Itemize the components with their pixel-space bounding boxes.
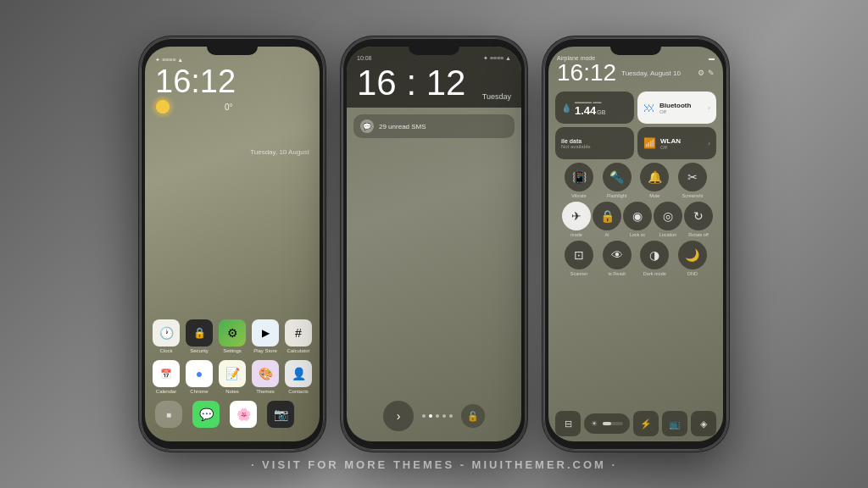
screenshot-btn[interactable]: ✂ Screensht [676,163,709,198]
app-widget[interactable]: ■ [153,401,185,430]
dnd-btn[interactable]: 🌙 DND [676,241,709,276]
quick-row-1: 📳 Vibrate 🔦 Flashlight 🔔 Mute ✂ Screensh… [555,163,716,198]
reader-btn[interactable]: 👁 le Readi [600,241,634,276]
dot-2 [429,414,432,418]
brightness-control[interactable]: ☀ [584,413,630,434]
scanner-btn[interactable]: ⊡ Scanner [562,241,596,276]
p2-status-icons: ✦ ≡≡≡≡ ▲ [483,55,511,62]
reader-label: le Readi [609,271,626,276]
phone3-header-icons: ⚙ ✎ [698,69,715,77]
p2-status-time: 10:08 [357,55,372,62]
location-icon: ◎ [654,202,682,230]
app-messages[interactable]: 💬 [190,401,222,430]
ai-btn[interactable]: 🔒 Ai [593,202,621,237]
mute-btn[interactable]: 🔔 Mute [637,163,671,198]
brightness-fill [603,422,611,425]
edit-icon-small[interactable]: ✎ [708,69,715,77]
ai-icon: 🔒 [593,202,621,230]
phone3-control-center: Airplane mode ▬ 16:12 Tuesday, August 10… [548,47,723,441]
playstore-label: Play Store [253,348,277,353]
notch-2 [409,47,459,55]
widget-icon: ■ [155,401,182,428]
mobile-data-tile[interactable]: 💧 ▬▬▬▬ ▬▬ 1.44 GB [555,92,634,124]
nav-icon-1[interactable]: ⊟ [555,411,581,436]
phone1-temp: 0° [225,103,233,112]
airplane-btn[interactable]: ✈ mode [562,202,591,237]
phone2-notification[interactable]: 💬 29 unread SMS [353,114,515,138]
app-settings[interactable]: ⚙ Settings [216,319,248,353]
settings-icon-small[interactable]: ⚙ [698,69,704,77]
calculator-icon: # [285,319,312,347]
app-clock[interactable]: 🕐 Clock [150,319,182,353]
nav-icon-3[interactable]: 📺 [662,411,687,436]
phone2-arrow-btn[interactable]: › [383,401,414,431]
wlan-tile[interactable]: 📶 WLAN Off › [637,127,716,159]
rotate-btn[interactable]: ↻ Rotate off [684,202,713,237]
nav-icon-2[interactable]: ⚡ [633,411,659,436]
notes-label: Notes [225,389,239,394]
contacts-label: Contacts [288,389,309,394]
app-playstore[interactable]: ▶ Play Store [249,319,281,353]
darkmode-label: Dark mode [643,271,666,276]
app-chrome[interactable]: ● Chrome [183,360,215,394]
bluetooth-icon: ⯵ [643,101,655,114]
app-calendar[interactable]: 📅 Calendar [150,360,182,394]
app-camera[interactable]: 📷 [264,401,297,430]
darkmode-btn[interactable]: ◑ Dark mode [637,241,671,276]
mute-label: Mute [649,193,659,198]
app-calculator[interactable]: # Calculator [282,319,314,353]
rotate-icon: ↻ [684,202,713,230]
bluetooth-tile[interactable]: ⯵ Bluetooth Off › [637,92,716,124]
scanner-icon: ⊡ [565,241,593,269]
app-photos[interactable]: 🌸 [227,401,259,430]
security-icon: 🔒 [186,319,213,347]
airplane-label: mode [570,232,582,237]
lockscreen-btn[interactable]: ◉ Lock sc [623,202,652,237]
vibrate-btn[interactable]: 📳 Vibrate [562,163,596,198]
sun-icon [155,99,170,114]
location-btn[interactable]: ◎ Location [654,202,682,237]
data-unit: GB [597,109,605,115]
vibrate-label: Vibrate [571,193,586,198]
location-label: Location [659,232,677,237]
app-themes[interactable]: 🎨 Themes [249,360,281,394]
brightness-low-icon: ☀ [591,419,598,428]
phone2-day: Tuesday [482,92,511,101]
phone2-dots [422,414,453,418]
notch-3 [610,47,661,55]
phone2-status: 10:08 ✦ ≡≡≡≡ ▲ [357,55,511,62]
reader-icon: 👁 [603,241,632,269]
phone-1: ✦ ≡≡≡≡ ▲ 16:12 0° Tuesday, 10 August 🕐 C… [139,36,326,452]
phone3-date: Tuesday, August 10 [621,69,681,77]
calendar-icon: 📅 [153,360,180,387]
dot-5 [449,414,453,418]
phone1-weather: 0° [145,99,320,114]
mobile-data-tile2[interactable]: ile data Not available [555,127,634,159]
dot-1 [422,414,426,418]
phone-3: Airplane mode ▬ 16:12 Tuesday, August 10… [542,36,729,452]
app-notes[interactable]: 📝 Notes [216,360,248,394]
vibrate-icon: 📳 [565,163,593,191]
security-label: Security [190,348,209,353]
screenshot-label: Screensht [682,193,704,198]
app-security[interactable]: 🔒 Security [183,319,215,353]
bluetooth-status: Off [659,109,704,114]
phone2-topbar: 10:08 ✦ ≡≡≡≡ ▲ 16 : 12 Tuesday [347,47,521,108]
phone2-lock-btn[interactable]: 🔓 [461,404,485,428]
ai-label: Ai [605,232,609,237]
dot-3 [436,414,439,418]
nav-icon-4[interactable]: ◈ [691,411,716,436]
p3-battery-icon: ▬ [709,55,715,61]
phone1-homescreen: ✦ ≡≡≡≡ ▲ 16:12 0° Tuesday, 10 August 🕐 C… [145,47,320,441]
wifi-icon: 📶 [643,137,656,149]
contacts-icon: 👤 [285,360,312,387]
phone2-time: 16 : 12 [357,65,465,101]
flashlight-label: Flashlight [607,193,627,198]
phone1-time: 16:12 [145,64,320,99]
flashlight-btn[interactable]: 🔦 Flashlight [600,163,634,198]
flashlight-icon: 🔦 [603,163,632,191]
p1-status-icons: ✦ ≡≡≡≡ ▲ [155,57,183,64]
controls-row2: ile data Not available 📶 WLAN Off › [555,127,716,159]
app-contacts[interactable]: 👤 Contacts [282,360,314,394]
quick-row-3: ⊡ Scanner 👁 le Readi ◑ Dark mode 🌙 DND [555,241,716,276]
